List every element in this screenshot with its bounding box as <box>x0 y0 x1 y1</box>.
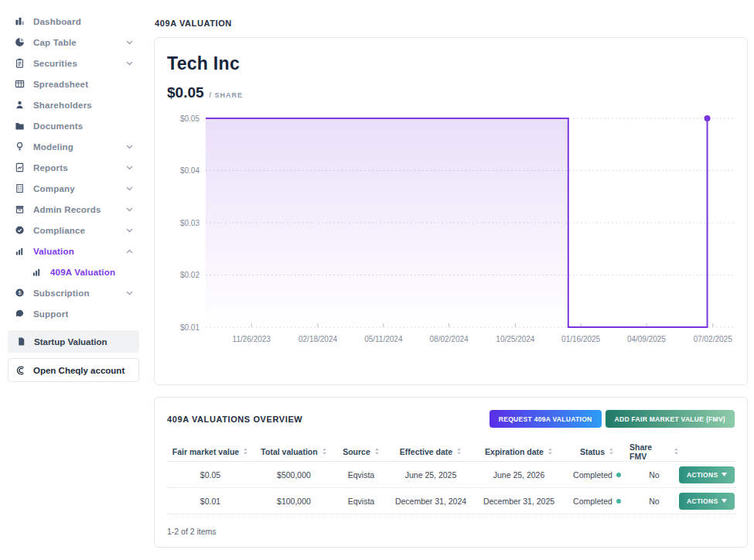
chevron-down-icon <box>126 291 133 295</box>
sidebar-item-documents[interactable]: Documents <box>6 115 141 136</box>
open-cheqly-account-button[interactable]: Open Cheqly account <box>8 358 139 382</box>
chevron-down-icon <box>126 186 133 191</box>
cell-expiration-date: June 25, 2026 <box>473 470 565 480</box>
sidebar-item-subscription[interactable]: $Subscription <box>6 282 141 303</box>
svg-text:10/25/2024: 10/25/2024 <box>496 335 534 343</box>
sidebar-item-409a-valuation[interactable]: 409A Valuation <box>6 261 141 282</box>
grid-icon <box>14 79 25 90</box>
sidebar-item-label: Documents <box>33 121 83 131</box>
svg-text:01/16/2025: 01/16/2025 <box>561 335 600 343</box>
sidebar-item-label: Company <box>33 184 75 193</box>
svg-text:11/26/2023: 11/26/2023 <box>233 335 271 343</box>
cell-actions: ACTIONS <box>679 493 736 510</box>
overview-title: 409A VALUATIONS OVERVIEW <box>167 415 302 424</box>
column-header-label: Fair market value <box>172 447 239 456</box>
share-price-suffix: / SHARE <box>210 91 244 99</box>
sidebar-item-label: Valuation <box>33 247 74 256</box>
sidebar-item-admin-records[interactable]: Admin Records <box>6 199 141 220</box>
dashboard-icon <box>14 16 25 27</box>
valuation-chart-card: Tech Inc $0.05 / SHARE $0.05$0.04$0.03$0… <box>154 37 748 385</box>
column-header-status[interactable]: Status <box>565 447 629 456</box>
sort-icon <box>322 447 327 456</box>
building-icon <box>14 183 25 194</box>
share-price: $0.05 <box>167 84 204 101</box>
column-header-label: Status <box>580 447 605 456</box>
actions-button-label: ACTIONS <box>687 471 718 479</box>
cheqly-button-label: Open Cheqly account <box>33 366 125 375</box>
page-title: 409A VALUATION <box>155 19 748 28</box>
report-icon <box>14 162 25 173</box>
column-header-label: Expiration date <box>485 447 544 456</box>
clipboard-icon <box>14 58 25 69</box>
cell-share-fmv: No <box>629 497 679 506</box>
svg-text:$0.03: $0.03 <box>180 219 200 227</box>
chevron-down-icon <box>126 40 133 45</box>
folder-icon <box>14 121 25 131</box>
cell-source: Eqvista <box>334 497 388 506</box>
column-header-share-fmv[interactable]: Share FMV <box>629 442 679 461</box>
cheqly-logo-icon <box>15 365 26 376</box>
sidebar-item-shareholders[interactable]: Shareholders <box>6 94 141 115</box>
column-header-fair-market-value[interactable]: Fair market value <box>167 447 254 456</box>
cell-expiration-date: December 31, 2025 <box>473 497 565 506</box>
sidebar-item-dashboard[interactable]: Dashboard <box>6 11 141 32</box>
status-dot-icon <box>616 499 621 504</box>
cell-status: Completed <box>565 470 629 480</box>
column-header-expiration-date[interactable]: Expiration date <box>473 447 565 456</box>
status-label: Completed <box>573 470 612 480</box>
valuations-overview-card: 409A VALUATIONS OVERVIEW REQUEST 409A VA… <box>154 397 748 548</box>
sidebar-item-label: 409A Valuation <box>50 268 115 277</box>
sort-icon <box>243 447 248 456</box>
sort-icon <box>674 447 679 456</box>
sidebar-item-label: Shareholders <box>33 101 92 110</box>
sidebar-item-compliance[interactable]: Compliance <box>6 220 141 241</box>
svg-text:$0.04: $0.04 <box>180 166 200 175</box>
sidebar-item-label: Startup Valuation <box>34 337 107 347</box>
sidebar-item-support[interactable]: Support <box>6 303 141 324</box>
valuation-chart-icon <box>14 246 25 257</box>
valuations-table: Fair market valueTotal valuationSourceEf… <box>167 442 736 514</box>
cell-fair-market-value: $0.05 <box>167 470 254 480</box>
sidebar-item-securities[interactable]: Securities <box>6 53 141 73</box>
sidebar-item-modeling[interactable]: Modeling <box>6 136 141 157</box>
sidebar-item-company[interactable]: Company <box>6 178 141 199</box>
cell-share-fmv: No <box>629 470 679 480</box>
svg-text:07/02/2025: 07/02/2025 <box>694 335 732 343</box>
column-header-source[interactable]: Source <box>334 447 388 456</box>
fmv-history-chart: $0.05$0.04$0.03$0.02$0.0111/26/202302/18… <box>167 106 735 367</box>
company-name: Tech Inc <box>167 53 735 74</box>
column-header-label: Source <box>343 447 370 456</box>
svg-text:02/18/2024: 02/18/2024 <box>299 335 337 343</box>
table-header-row: Fair market valueTotal valuationSourceEf… <box>167 442 736 462</box>
column-header-total-valuation[interactable]: Total valuation <box>254 447 334 456</box>
column-header-label: Effective date <box>400 447 452 456</box>
sidebar-item-valuation[interactable]: Valuation <box>6 241 141 261</box>
actions-button[interactable]: ACTIONS <box>679 466 735 483</box>
cell-status: Completed <box>565 497 629 506</box>
actions-button[interactable]: ACTIONS <box>679 493 735 510</box>
chevron-down-icon <box>126 228 133 233</box>
column-header-effective-date[interactable]: Effective date <box>388 447 473 456</box>
cell-actions: ACTIONS <box>679 466 736 483</box>
sort-icon <box>456 447 462 456</box>
sidebar-item-spreadsheet[interactable]: Spreadsheet <box>6 73 141 94</box>
pie-chart-icon <box>14 37 25 48</box>
sidebar-item-cap-table[interactable]: Cap Table <box>6 32 141 53</box>
svg-text:$0.05: $0.05 <box>180 114 200 123</box>
caret-down-icon <box>722 499 727 503</box>
table-row: $0.01$100,000EqvistaDecember 31, 2024Dec… <box>167 488 736 514</box>
sidebar-item-label: Reports <box>33 163 68 172</box>
support-icon <box>14 309 25 319</box>
sidebar-item-label: Compliance <box>33 226 85 235</box>
sidebar-item-startup-valuation[interactable]: Startup Valuation <box>8 330 139 353</box>
add-fair-market-value-button[interactable]: ADD FAIR MARKET VALUE (FMV) <box>606 410 735 428</box>
sidebar-item-reports[interactable]: Reports <box>6 157 141 178</box>
sidebar-nav: DashboardCap TableSecuritiesSpreadsheetS… <box>6 11 141 324</box>
svg-text:04/09/2025: 04/09/2025 <box>627 335 666 343</box>
svg-text:$0.02: $0.02 <box>180 271 200 279</box>
chevron-down-icon <box>126 207 133 212</box>
request-409a-valuation-button[interactable]: REQUEST 409A VALUATION <box>490 410 602 428</box>
sort-icon <box>548 447 553 456</box>
table-row: $0.05$500,000EqvistaJune 25, 2025June 25… <box>167 462 736 488</box>
caret-down-icon <box>722 473 727 476</box>
